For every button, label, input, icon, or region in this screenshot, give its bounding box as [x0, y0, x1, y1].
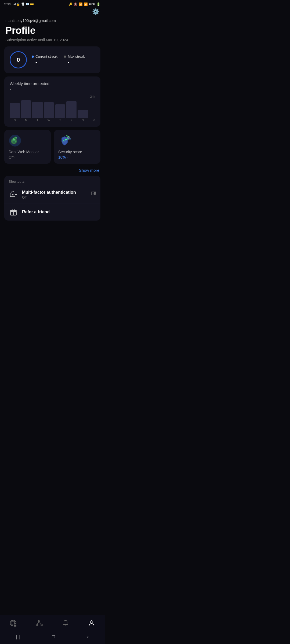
svg-rect-4: [13, 141, 15, 143]
security-score-icon: [58, 134, 71, 147]
mfa-shortcut-item[interactable]: Multi-factor authentication Off: [4, 186, 100, 203]
bar-day-label-6: S: [82, 119, 84, 122]
bar-col-s6: S: [78, 110, 88, 122]
bar-col-f5: F: [66, 101, 77, 122]
key-icon: 🔑: [68, 2, 73, 6]
weekly-card: Weekly time protected - SMTWTFS 24h 0: [4, 76, 100, 127]
svg-rect-16: [69, 139, 71, 140]
status-icons: ◀ 🔒 🦷 📧 💳: [13, 2, 34, 6]
show-more-button[interactable]: Show more: [79, 168, 99, 173]
svg-point-21: [12, 194, 14, 196]
dark-web-icon: [9, 134, 21, 147]
svg-point-12: [66, 139, 67, 140]
streak-circle: 0: [10, 51, 27, 68]
status-bar: 5:35 ◀ 🔒 🦷 📧 💳 🔑 🔇 📶 📶 98% 🔋: [0, 0, 105, 7]
bar-chart: SMTWTFS 24h 0: [10, 95, 95, 122]
dark-web-title: Dark Web Monitor: [9, 150, 46, 154]
settings-button[interactable]: ⚙️: [92, 8, 99, 15]
dark-web-monitor-card[interactable]: Dark Web Monitor Off ›: [4, 130, 51, 164]
refer-friend-shortcut-item[interactable]: Refer a friend: [4, 203, 100, 221]
bar-day-label-4: T: [59, 119, 61, 122]
max-streak-label: Max streak: [64, 54, 85, 58]
battery-icon: 🔋: [96, 2, 100, 6]
bar-day-label-5: F: [71, 119, 72, 122]
current-streak-item: Current streak -: [32, 54, 57, 65]
security-score-title: Security score: [58, 150, 96, 154]
status-right: 🔑 🔇 📶 📶 98% 🔋: [68, 2, 100, 6]
security-score-value: 10% ›: [58, 155, 96, 159]
svg-point-18: [68, 137, 69, 138]
chart-scale: 24h 0: [88, 95, 95, 122]
mute-icon: 🔇: [74, 2, 78, 6]
current-dot: [32, 56, 34, 58]
chart-scale-top: 24h: [90, 95, 95, 98]
subscription-status: Subscription active until Mar 19, 2024: [5, 38, 99, 42]
bar-0: [10, 103, 20, 118]
bar-5: [66, 101, 77, 118]
bar-4: [55, 104, 65, 118]
time: 5:35: [4, 2, 11, 6]
mfa-subtitle: Off: [22, 195, 87, 199]
chart-area: SMTWTFS: [10, 100, 88, 122]
top-actions: ⚙️: [0, 7, 105, 16]
bar-3: [44, 102, 54, 118]
security-score-card[interactable]: Security score 10% ›: [54, 130, 100, 164]
max-dot: [64, 56, 66, 58]
streak-card: 0 Current streak - Max streak -: [4, 46, 100, 73]
user-email: mantisboy100qvb@gmail.com: [5, 19, 99, 23]
refer-icon: [9, 207, 18, 217]
svg-point-10: [16, 137, 17, 139]
bar-day-label-3: W: [48, 119, 50, 122]
bar-day-label-1: M: [25, 119, 27, 122]
bar-2: [32, 102, 42, 118]
feature-row: Dark Web Monitor Off ›: [4, 130, 100, 164]
current-streak-value: -: [32, 60, 57, 65]
status-left: 5:35 ◀ 🔒 🦷 📧 💳: [4, 2, 34, 6]
max-streak-item: Max streak -: [64, 54, 85, 65]
shortcuts-header: Shortcuts: [4, 176, 100, 186]
bar-day-label-2: T: [37, 119, 38, 122]
mfa-icon: [9, 190, 18, 199]
mfa-text: Multi-factor authentication Off: [22, 190, 87, 199]
svg-point-19: [66, 135, 67, 136]
bar-col-t4: T: [55, 104, 65, 122]
profile-header: mantisboy100qvb@gmail.com Profile Subscr…: [0, 16, 105, 46]
mfa-title: Multi-factor authentication: [22, 190, 87, 195]
shortcuts-section: Shortcuts Multi-factor authentication Of…: [4, 176, 100, 221]
battery-percent: 98%: [89, 2, 95, 6]
wifi-icon: 📶: [79, 2, 83, 6]
current-streak-label: Current streak: [32, 54, 57, 58]
refer-text: Refer a friend: [22, 210, 96, 214]
page-title: Profile: [5, 25, 99, 36]
bar-col-t2: T: [32, 102, 42, 122]
bar-col-w3: W: [44, 102, 54, 122]
mfa-external-link-icon: [91, 191, 96, 198]
svg-rect-14: [67, 138, 70, 140]
bar-col-m1: M: [21, 100, 31, 122]
bar-1: [21, 100, 31, 118]
dark-web-status: Off ›: [9, 155, 46, 159]
bar-6: [78, 110, 88, 118]
weekly-value: -: [10, 87, 95, 92]
streak-info: Current streak - Max streak -: [32, 54, 85, 65]
refer-title: Refer a friend: [22, 210, 96, 214]
show-more-row: Show more: [0, 167, 105, 176]
bar-day-label-0: S: [14, 119, 16, 122]
chart-scale-bottom: 0: [93, 119, 95, 122]
svg-rect-15: [69, 138, 71, 139]
signal-icon: 📶: [84, 2, 88, 6]
bar-col-s0: S: [10, 103, 20, 122]
max-streak-value: -: [64, 60, 85, 65]
weekly-title: Weekly time protected: [10, 81, 95, 86]
